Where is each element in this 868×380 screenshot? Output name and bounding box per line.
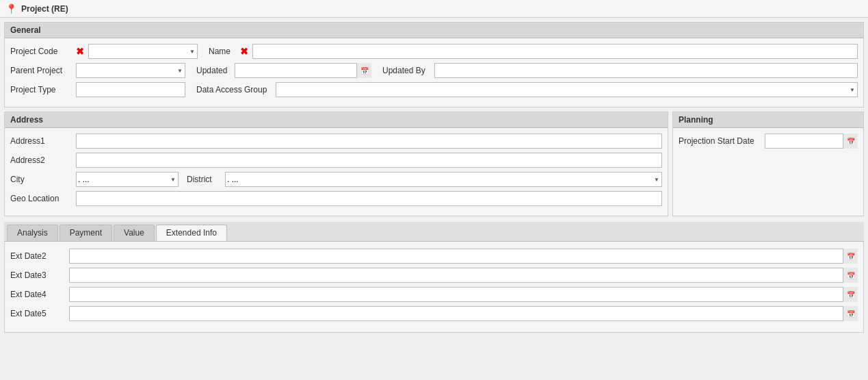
updated-label: Updated (196, 66, 231, 75)
ext-date4-row: Ext Date4 📅 (10, 287, 858, 302)
data-access-group-select-wrapper (276, 82, 858, 97)
projection-start-date-row: Projection Start Date 📅 (679, 134, 858, 149)
updated-date-wrapper: 📅 (235, 63, 371, 78)
tab-extended-info[interactable]: Extended Info (156, 225, 227, 241)
tabs-container: Analysis Payment Value Extended Info Ext… (4, 222, 864, 333)
parent-project-select-wrapper (76, 63, 185, 78)
city-label: City (10, 175, 72, 184)
ext-date2-calendar-button[interactable]: 📅 (843, 249, 858, 264)
general-section: General Project Code ✖ Name ✖ Parent Pro… (4, 22, 864, 107)
projection-start-date-label: Projection Start Date (679, 136, 761, 146)
project-type-input[interactable] (76, 82, 185, 97)
ext-date3-input[interactable] (69, 268, 858, 283)
ext-date3-label: Ext Date3 (10, 270, 65, 280)
middle-section: Address Address1 Address2 City . ... (4, 112, 864, 216)
district-select-wrapper: . ... (225, 172, 662, 187)
ext-date5-row: Ext Date5 📅 (10, 306, 858, 321)
ext-date5-wrapper: 📅 (69, 306, 858, 321)
project-code-required-icon: ✖ (76, 46, 84, 57)
updated-by-input[interactable] (434, 63, 858, 78)
name-input[interactable] (252, 44, 858, 59)
ext-date2-label: Ext Date2 (10, 251, 65, 261)
project-code-select-wrapper (88, 44, 198, 59)
planning-header: Planning (673, 112, 863, 128)
city-select-wrapper: . ... (76, 172, 179, 187)
parent-project-label: Parent Project (10, 66, 72, 75)
general-body: Project Code ✖ Name ✖ Parent Project Upd… (5, 38, 863, 107)
general-header: General (5, 23, 863, 38)
planning-section: Planning Projection Start Date 📅 (672, 112, 864, 216)
tab-analysis[interactable]: Analysis (7, 225, 58, 241)
district-label: District (187, 175, 221, 184)
address-body: Address1 Address2 City . ... District (5, 128, 668, 216)
general-row-1: Project Code ✖ Name ✖ (10, 44, 858, 59)
tab-payment[interactable]: Payment (60, 225, 112, 241)
address-section: Address Address1 Address2 City . ... (4, 112, 668, 216)
ext-date5-calendar-button[interactable]: 📅 (843, 306, 858, 321)
address1-input[interactable] (76, 134, 662, 149)
location-icon: 📍 (5, 3, 17, 14)
ext-date4-wrapper: 📅 (69, 287, 858, 302)
ext-date3-row: Ext Date3 📅 (10, 268, 858, 283)
project-code-label: Project Code (10, 47, 72, 56)
city-row: City . ... District . ... (10, 172, 662, 187)
tabs-bar: Analysis Payment Value Extended Info (4, 222, 864, 242)
geo-location-input[interactable] (76, 191, 662, 206)
tab-value[interactable]: Value (114, 225, 155, 241)
projection-start-date-calendar-button[interactable]: 📅 (843, 134, 858, 149)
data-access-group-select[interactable] (276, 82, 858, 97)
general-row-3: Project Type Data Access Group (10, 82, 858, 97)
address1-label: Address1 (10, 136, 72, 146)
ext-date4-calendar-button[interactable]: 📅 (843, 287, 858, 302)
ext-date5-label: Ext Date5 (10, 309, 65, 318)
address2-row: Address2 (10, 153, 662, 168)
ext-date3-calendar-button[interactable]: 📅 (843, 268, 858, 283)
address2-input[interactable] (76, 153, 662, 168)
ext-date2-wrapper: 📅 (69, 249, 858, 264)
title-bar: 📍 Project (RE) (0, 0, 868, 18)
project-code-select[interactable] (88, 44, 198, 59)
address1-row: Address1 (10, 134, 662, 149)
address2-label: Address2 (10, 155, 72, 165)
ext-date4-input[interactable] (69, 287, 858, 302)
address-header: Address (5, 112, 668, 128)
data-access-group-label: Data Access Group (196, 85, 272, 94)
geo-location-label: Geo Location (10, 194, 72, 203)
updated-by-label: Updated By (382, 66, 430, 75)
main-content: General Project Code ✖ Name ✖ Parent Pro… (0, 18, 868, 337)
name-label: Name (209, 47, 236, 56)
ext-date2-row: Ext Date2 📅 (10, 249, 858, 264)
updated-calendar-button[interactable]: 📅 (356, 63, 371, 78)
geo-location-row: Geo Location (10, 191, 662, 206)
planning-body: Projection Start Date 📅 (673, 128, 863, 158)
parent-project-select[interactable] (76, 63, 185, 78)
name-required-icon: ✖ (240, 46, 248, 57)
ext-date2-input[interactable] (69, 249, 858, 264)
city-select[interactable]: . ... (76, 172, 179, 187)
general-row-2: Parent Project Updated 📅 Updated By (10, 63, 858, 78)
project-type-label: Project Type (10, 85, 72, 94)
window-title: Project (RE) (21, 4, 68, 14)
ext-date3-wrapper: 📅 (69, 268, 858, 283)
district-select[interactable]: . ... (225, 172, 662, 187)
projection-start-date-wrapper: 📅 (765, 134, 858, 149)
updated-input[interactable] (235, 63, 371, 78)
ext-date4-label: Ext Date4 (10, 290, 65, 299)
tab-content-extended-info: Ext Date2 📅 Ext Date3 📅 Ext Date4 (4, 242, 864, 333)
ext-date5-input[interactable] (69, 306, 858, 321)
